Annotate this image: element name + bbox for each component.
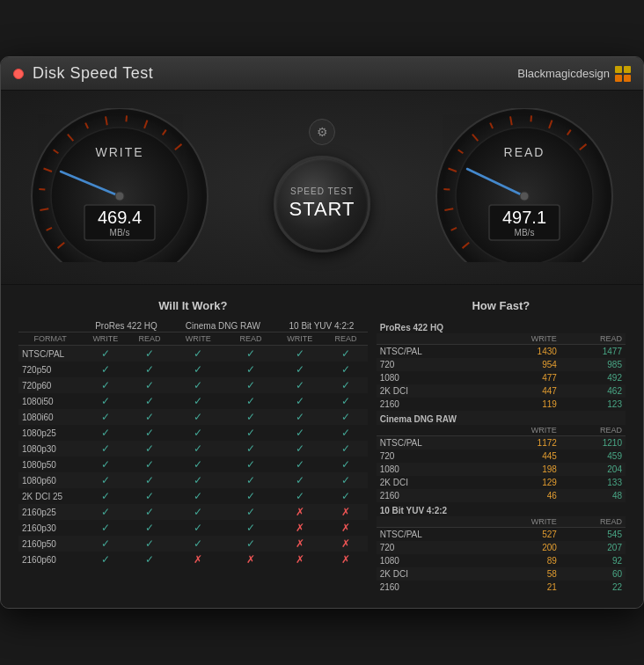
check-cell: ✓	[128, 346, 170, 362]
check-cell: ✓	[171, 536, 226, 552]
fast-data-row: NTSC/PAL11721210	[377, 436, 626, 450]
table-row: 1080p50✓✓✓✓✓✓	[18, 457, 368, 472]
check-cell: ✓	[171, 520, 226, 536]
fast-data-row: 2160119123	[377, 398, 626, 411]
check-cell: ✓	[82, 425, 128, 441]
svg-text:MB/s: MB/s	[110, 228, 130, 238]
fast-read-value: 204	[560, 463, 626, 476]
fast-data-row: 2K DCI447462	[377, 384, 626, 398]
svg-text:497.1: 497.1	[502, 208, 546, 227]
svg-text:MB/s: MB/s	[515, 228, 535, 238]
check-cell: ✓	[226, 488, 275, 504]
fast-read-value: 985	[560, 358, 626, 371]
table-row: 2K DCI 25✓✓✓✓✓✓	[18, 488, 368, 504]
check-cell: ✓	[275, 393, 324, 409]
check-cell: ✓	[325, 425, 368, 441]
format-col-header	[18, 319, 82, 332]
fast-row-label: 720	[377, 541, 487, 554]
settings-button[interactable]: ⚙	[309, 119, 335, 145]
fast-group-label: ProRes 422 HQ	[377, 319, 626, 333]
check-cell: ✓	[128, 362, 170, 377]
check-cell: ✓	[128, 457, 170, 472]
fast-col-header: READ	[560, 425, 626, 436]
check-cell: ✓	[325, 409, 368, 425]
check-cell: ✓	[171, 409, 226, 425]
cinema-header: Cinema DNG RAW	[171, 319, 276, 332]
check-cell: ✓	[275, 362, 324, 377]
format-subheader: FORMAT	[18, 332, 82, 346]
cross-cell: ✗	[171, 552, 226, 567]
fast-data-row: NTSC/PAL14301477	[377, 345, 626, 359]
check-cell: ✓	[171, 488, 226, 504]
fast-write-value: 954	[487, 358, 560, 371]
fast-read-value: 492	[560, 371, 626, 384]
format-cell: 1080i50	[18, 393, 82, 409]
table-row: 720p50✓✓✓✓✓✓	[18, 362, 368, 377]
svg-text:READ: READ	[504, 145, 545, 159]
check-cell: ✓	[171, 393, 226, 409]
fast-col-header: READ	[560, 333, 626, 345]
check-cell: ✓	[325, 377, 368, 393]
check-cell: ✓	[325, 488, 368, 504]
cross-cell: ✗	[275, 552, 324, 567]
check-cell: ✓	[82, 346, 128, 362]
read-gauge: READ 497.1 MB/s	[432, 108, 617, 262]
will-it-work-table: ProRes 422 HQ Cinema DNG RAW 10 Bit YUV …	[18, 319, 368, 567]
format-cell: 1080p50	[18, 457, 82, 472]
cross-cell: ✗	[275, 504, 324, 520]
cross-cell: ✗	[325, 536, 368, 552]
svg-point-40	[520, 192, 529, 201]
fast-row-label: 2160	[377, 398, 487, 411]
check-cell: ✓	[128, 472, 170, 488]
close-button[interactable]	[13, 69, 24, 79]
fast-row-label: 2160	[377, 489, 487, 502]
app-window: Disk Speed Test Blackmagicdesign	[0, 56, 644, 609]
fast-row-label: NTSC/PAL	[377, 345, 487, 359]
fast-row-label: 720	[377, 358, 487, 371]
check-cell: ✓	[325, 393, 368, 409]
format-cell: 1080p25	[18, 425, 82, 441]
check-cell: ✓	[171, 504, 226, 520]
check-cell: ✓	[226, 472, 275, 488]
format-cell: 1080p60	[18, 472, 82, 488]
check-cell: ✓	[82, 457, 128, 472]
check-cell: ✓	[128, 441, 170, 457]
table-row: 2160p30✓✓✓✓✗✗	[18, 520, 368, 536]
check-cell: ✓	[171, 346, 226, 362]
fast-write-value: 200	[487, 541, 560, 554]
cinema-write-header: WRITE	[171, 332, 226, 346]
title-bar: Disk Speed Test Blackmagicdesign	[1, 57, 643, 91]
fast-read-value: 92	[560, 554, 626, 567]
check-cell: ✓	[275, 488, 324, 504]
how-fast-table: ProRes 422 HQWRITEREADNTSC/PAL1430147772…	[377, 319, 626, 594]
check-cell: ✓	[82, 409, 128, 425]
fast-data-row: 720445459	[377, 449, 626, 463]
brand-sq4	[624, 75, 631, 82]
table-row: 720p60✓✓✓✓✓✓	[18, 377, 368, 393]
svg-point-18	[115, 192, 124, 201]
check-cell: ✓	[226, 441, 275, 457]
fast-data-row: NTSC/PAL527545	[377, 528, 626, 542]
fast-data-row: 2K DCI5860	[377, 567, 626, 581]
fast-row-label: 2K DCI	[377, 567, 487, 581]
brand-sq1	[615, 66, 622, 73]
start-top-label: SPEED TEST	[290, 186, 354, 196]
fast-read-value: 459	[560, 449, 626, 463]
check-cell: ✓	[82, 441, 128, 457]
check-cell: ✓	[82, 520, 128, 536]
gauges-area: WRITE 469.4 MB/s ⚙ SPEED TEST START	[1, 91, 643, 285]
fast-group-row: 10 Bit YUV 4:2:2	[377, 502, 626, 516]
check-cell: ✓	[275, 441, 324, 457]
fast-row-label: 720	[377, 449, 487, 463]
write-gauge: WRITE 469.4 MB/s	[27, 108, 212, 262]
start-button[interactable]: SPEED TEST START	[274, 156, 370, 252]
fast-read-value: 462	[560, 384, 626, 398]
fast-write-value: 58	[487, 567, 560, 581]
fast-data-row: 720954985	[377, 358, 626, 371]
check-cell: ✓	[226, 409, 275, 425]
check-cell: ✓	[226, 393, 275, 409]
check-cell: ✓	[128, 409, 170, 425]
check-cell: ✓	[128, 520, 170, 536]
table-row: 1080p60✓✓✓✓✓✓	[18, 472, 368, 488]
table-row: 2160p50✓✓✓✓✗✗	[18, 536, 368, 552]
